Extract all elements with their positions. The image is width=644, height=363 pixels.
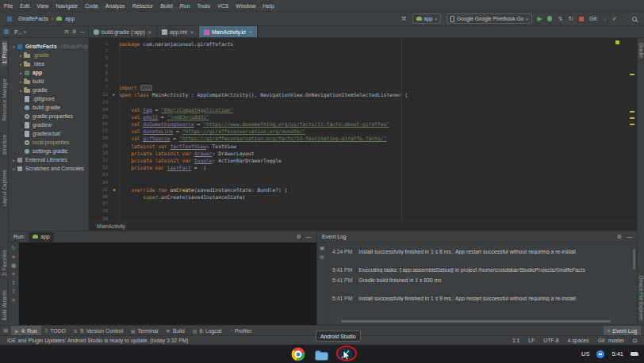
status-lf[interactable]: LF <box>528 338 535 343</box>
warning-stripe-mark[interactable] <box>630 124 634 125</box>
inspections-indicator-icon[interactable] <box>615 40 619 44</box>
breadcrumb-project[interactable]: GiraffeFacts <box>18 16 48 21</box>
menu-run[interactable]: Run <box>180 3 190 9</box>
tool-tab-todo[interactable]: ≡TODO <box>41 326 70 336</box>
line-number[interactable]: 1 <box>89 40 109 48</box>
code-line[interactable]: 32· private var lastFact = -1 <box>89 164 637 171</box>
menu-window[interactable]: Window <box>236 3 255 9</box>
warning-stripe-mark[interactable] <box>630 74 634 75</box>
close-icon[interactable]: × <box>190 29 194 35</box>
line-number[interactable]: 32 <box>89 164 109 171</box>
layout-icon[interactable]: ▦ <box>11 262 16 269</box>
code-line[interactable]: 37· <box>89 201 637 208</box>
files-dock-icon[interactable] <box>316 348 329 361</box>
status-git-master[interactable]: Git: master <box>598 338 624 343</box>
code-line[interactable]: 30· private lateinit var drawer: DrawerL… <box>89 150 637 157</box>
code-line[interactable]: 28· val gcfSource = "https://giraffecons… <box>89 135 637 142</box>
up-icon[interactable]: ↥ <box>11 280 15 286</box>
line-number[interactable]: 33 <box>89 171 109 178</box>
line-number[interactable]: 25 <box>89 113 109 120</box>
line-number[interactable]: 2 <box>89 48 109 55</box>
tool-button-gradle[interactable]: Gradle <box>638 41 644 59</box>
input-method-icon[interactable] <box>596 350 604 358</box>
gear-icon[interactable]: ⚙ <box>297 234 301 240</box>
menu-view[interactable]: View <box>36 3 48 9</box>
search-everywhere-icon[interactable] <box>632 17 637 21</box>
tool-tab-profiler[interactable]: ◔Profiler <box>225 326 255 336</box>
tool-tab-6-logcat[interactable]: ▥6: Logcat <box>189 326 226 336</box>
tool-button-resource-manager[interactable]: Resource Manager <box>2 77 7 123</box>
warning-stripe-mark[interactable] <box>630 117 634 119</box>
tree-item-scratches-and-consoles[interactable]: ▸Scratches and Consoles <box>9 164 88 173</box>
tree-item-local-properties[interactable]: local.properties <box>9 138 88 147</box>
tool-window-toggle-icon[interactable]: ▤ <box>3 327 8 334</box>
project-panel-title[interactable]: P... <box>14 29 21 35</box>
horizontal-scrollbar[interactable] <box>341 320 611 323</box>
git-commit-icon[interactable]: ✔ <box>612 15 617 22</box>
line-number[interactable]: 36 <box>89 193 109 201</box>
tool-tab-event-log[interactable]: ●Event Log <box>604 326 641 336</box>
tool-button-2-favorites[interactable]: 2: Favorites <box>2 248 7 277</box>
code-line[interactable]: 7·import ... <box>89 84 637 91</box>
close-icon[interactable]: × <box>148 29 151 35</box>
warning-stripe-mark[interactable] <box>630 111 634 113</box>
code-line[interactable]: 2· <box>89 48 637 55</box>
code-line[interactable]: 38· <box>89 208 637 215</box>
status-4-spaces[interactable]: 4 spaces <box>568 338 589 343</box>
stop-button[interactable] <box>579 17 584 21</box>
code-line[interactable]: 3· <box>89 55 637 62</box>
expand-arrow-icon[interactable]: ▸ <box>11 166 17 171</box>
line-number[interactable]: 35 <box>89 186 109 193</box>
code-line[interactable]: 5· <box>89 70 637 77</box>
tree-item-gradlew-bat[interactable]: gradlew.bat <box>9 129 88 138</box>
code-line[interactable]: 26· val doSomethingSource = "https://www… <box>89 120 637 128</box>
build-hammer-icon[interactable]: ⚒ <box>401 15 407 22</box>
tree-item-build[interactable]: ▸build <box>9 77 88 86</box>
tree-item-settings-gradle[interactable]: settings.gradle <box>9 147 88 155</box>
line-number[interactable]: 28 <box>89 135 109 142</box>
line-number[interactable]: 23 <box>89 99 109 106</box>
line-number[interactable]: 6 <box>89 77 109 84</box>
line-number[interactable]: 7 <box>89 84 109 91</box>
line-number[interactable]: 26 <box>89 120 109 128</box>
menu-vcs[interactable]: VCS <box>217 3 228 9</box>
expand-arrow-icon[interactable]: ▸ <box>18 88 24 93</box>
clock[interactable]: 5:41 <box>611 350 623 357</box>
tree-item-gitignore[interactable]: .gitignore <box>9 94 88 103</box>
line-number[interactable]: 29 <box>89 143 109 150</box>
menu-file[interactable]: File <box>4 3 13 9</box>
breadcrumb-module[interactable]: app <box>65 16 75 21</box>
chrome-dock-icon[interactable] <box>292 347 305 361</box>
run-tab-app[interactable]: app <box>29 232 53 242</box>
code-line[interactable]: 22▶open class MainActivity : AppCompatAc… <box>89 91 637 98</box>
tool-tab-9-version-control[interactable]: ⇅9: Version Control <box>70 326 127 336</box>
vertical-scrollbar[interactable] <box>633 249 635 269</box>
code-line[interactable]: 6· <box>89 77 637 84</box>
hide-panel-icon[interactable]: — <box>80 29 86 35</box>
breadcrumb-class[interactable]: MainActivity <box>97 224 125 229</box>
tree-item-build-gradle[interactable]: build.gradle <box>9 103 88 112</box>
wrench-icon[interactable]: ⚙ <box>320 254 324 261</box>
check-icon[interactable]: ▣ <box>320 245 324 251</box>
tree-item-gradle[interactable]: ▸.gradle <box>9 51 88 59</box>
tool-button-build-variants[interactable]: Build Variants <box>2 288 7 322</box>
status-message[interactable]: IDE and Plugin Updates: Android Studio i… <box>7 338 189 343</box>
hide-panel-icon[interactable]: — <box>306 234 312 240</box>
code-line[interactable]: 29· lateinit var factTextView: TextView <box>89 143 637 150</box>
line-number[interactable]: 34 <box>89 179 109 186</box>
collapse-all-icon[interactable]: ⊟ <box>64 29 68 35</box>
override-marker-icon[interactable]: ● <box>109 186 119 193</box>
clear-icon[interactable]: ✕ <box>11 297 15 304</box>
tool-tab-terminal[interactable]: ▤Terminal <box>127 326 162 336</box>
menu-edit[interactable]: Edit <box>20 3 29 9</box>
editor-tab-mainactivity-kt[interactable]: MainActivity.kt× <box>199 26 258 37</box>
list-icon[interactable]: ≡ <box>12 271 15 277</box>
tool-button-device-file-explorer[interactable]: Device File Explorer <box>638 274 644 322</box>
debug-button[interactable] <box>547 16 552 21</box>
menu-build[interactable]: Build <box>160 3 173 9</box>
line-number[interactable]: 31 <box>89 157 109 164</box>
notification-bell-icon[interactable] <box>633 338 637 342</box>
menu-navigate[interactable]: Navigate <box>56 3 78 9</box>
line-number[interactable]: 37 <box>89 201 109 208</box>
expand-arrow-icon[interactable]: ▸ <box>18 53 24 58</box>
